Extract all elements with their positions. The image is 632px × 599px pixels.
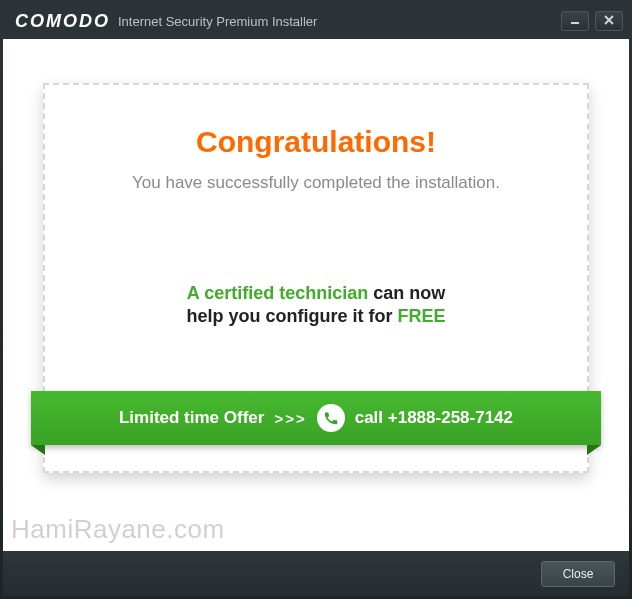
- tech-line-1: A certified technician can now: [75, 283, 557, 304]
- close-window-button[interactable]: [595, 11, 623, 31]
- window-title: Internet Security Premium Installer: [118, 14, 317, 29]
- ticket-container: Congratulations! You have successfully c…: [43, 83, 589, 473]
- minimize-icon: [570, 15, 580, 27]
- completion-ticket: Congratulations! You have successfully c…: [43, 83, 589, 473]
- close-button-label: Close: [563, 567, 594, 581]
- watermark-text: HamiRayane.com: [11, 514, 225, 545]
- client-area: Congratulations! You have successfully c…: [3, 39, 629, 551]
- tech-highlight: A certified technician: [187, 283, 368, 303]
- offer-ribbon-body[interactable]: Limited time Offer >>> call +1888-258-71…: [31, 391, 601, 445]
- phone-icon: [317, 404, 345, 432]
- installer-window: COMODO Internet Security Premium Install…: [0, 0, 632, 599]
- tech-suffix: can now: [368, 283, 445, 303]
- close-button[interactable]: Close: [541, 561, 615, 587]
- congrats-heading: Congratulations!: [75, 125, 557, 159]
- close-icon: [604, 15, 614, 27]
- minimize-button[interactable]: [561, 11, 589, 31]
- chevron-right-icon: >>>: [274, 410, 306, 427]
- completion-message: You have successfully completed the inst…: [75, 173, 557, 193]
- call-label: call: [355, 408, 388, 427]
- offer-ribbon: Limited time Offer >>> call +1888-258-71…: [31, 391, 601, 445]
- footer-bar: Close: [3, 551, 629, 596]
- call-text: call +1888-258-7142: [355, 408, 513, 428]
- ribbon-fold-right: [587, 445, 601, 455]
- free-highlight: FREE: [397, 306, 445, 326]
- help-prefix: help you configure it for: [186, 306, 397, 326]
- offer-label: Limited time Offer: [119, 408, 264, 428]
- titlebar: COMODO Internet Security Premium Install…: [3, 3, 629, 39]
- brand-logo: COMODO: [15, 11, 110, 32]
- tech-line-2: help you configure it for FREE: [75, 306, 557, 327]
- phone-number: +1888-258-7142: [388, 408, 513, 427]
- ribbon-fold-left: [31, 445, 45, 455]
